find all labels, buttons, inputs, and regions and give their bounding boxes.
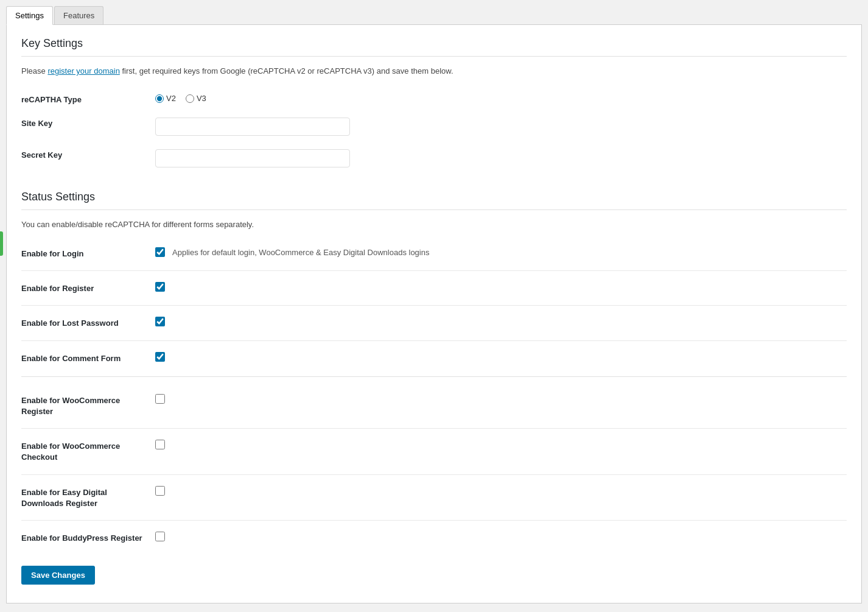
recaptcha-type-radio-group: V2 V3 (155, 94, 206, 103)
checkbox-row-comment-form: Enable for Comment Form (21, 345, 847, 371)
register-control (155, 282, 165, 292)
secret-key-control (155, 148, 847, 167)
login-control: Applies for default login, WooCommerce &… (155, 247, 429, 257)
login-checkbox[interactable] (155, 247, 165, 257)
comment-form-control (155, 352, 165, 362)
lost-password-label: Enable for Lost Password (21, 317, 155, 329)
buddypress-register-label: Enable for BuddyPress Register (21, 532, 155, 544)
register-label: Enable for Register (21, 282, 155, 294)
lost-password-control (155, 317, 165, 326)
site-key-input[interactable] (155, 118, 350, 136)
status-settings-title: Status Settings (21, 191, 847, 203)
checkbox-row-woo-checkout: Enable for WooCommerce Checkout (21, 432, 847, 470)
login-hint: Applies for default login, WooCommerce &… (172, 248, 429, 257)
key-settings-divider (21, 56, 847, 57)
register-checkbox[interactable] (155, 282, 165, 292)
recaptcha-v3-radio[interactable] (186, 94, 194, 103)
site-key-label: Site Key (21, 116, 155, 128)
page-wrapper: Settings Features Key Settings Please re… (0, 0, 868, 612)
woo-checkout-label: Enable for WooCommerce Checkout (21, 440, 155, 463)
tabs-bar: Settings Features (6, 6, 862, 25)
login-label: Enable for Login (21, 247, 155, 259)
edd-register-checkbox[interactable] (155, 486, 165, 496)
status-settings-divider (21, 209, 847, 210)
checkbox-row-woo-register: Enable for WooCommerce Register (21, 387, 847, 424)
checkbox-row-edd-register: Enable for Easy Digital Downloads Regist… (21, 479, 847, 516)
recaptcha-v2-radio[interactable] (155, 94, 164, 103)
recaptcha-type-row: reCAPTHA Type V2 V3 (21, 86, 847, 110)
save-changes-button[interactable]: Save Changes (21, 566, 95, 585)
register-domain-link[interactable]: register your domain (47, 66, 120, 76)
recaptcha-type-label: reCAPTHA Type (21, 93, 155, 104)
recaptcha-v2-label[interactable]: V2 (155, 94, 176, 103)
green-sidebar-indicator (0, 231, 3, 256)
buddypress-register-checkbox[interactable] (155, 532, 165, 541)
tab-features[interactable]: Features (54, 6, 103, 24)
status-settings-description: You can enable/disable reCAPTCHA for dif… (21, 220, 847, 229)
status-settings-section: Status Settings You can enable/disable r… (21, 191, 847, 551)
secret-key-label: Secret Key (21, 148, 155, 160)
checkbox-row-register: Enable for Register (21, 275, 847, 301)
woo-checkout-control (155, 440, 165, 449)
key-settings-title: Key Settings (21, 37, 847, 50)
woo-register-label: Enable for WooCommerce Register (21, 394, 155, 417)
site-key-row: Site Key (21, 110, 847, 142)
secret-key-row: Secret Key (21, 142, 847, 174)
checkbox-row-login: Enable for Login Applies for default log… (21, 240, 847, 267)
woo-register-control (155, 394, 165, 404)
edd-register-label: Enable for Easy Digital Downloads Regist… (21, 486, 155, 509)
tab-settings[interactable]: Settings (6, 6, 53, 25)
checkbox-row-buddypress-register: Enable for BuddyPress Register (21, 524, 847, 551)
buddypress-register-control (155, 532, 165, 541)
comment-form-checkbox[interactable] (155, 352, 165, 362)
woo-register-checkbox[interactable] (155, 394, 165, 404)
content-area: Key Settings Please register your domain… (6, 25, 862, 603)
recaptcha-v3-label[interactable]: V3 (186, 94, 206, 103)
key-settings-description: Please register your domain first, get r… (21, 66, 847, 76)
comment-form-label: Enable for Comment Form (21, 352, 155, 364)
checkbox-row-lost-password: Enable for Lost Password (21, 309, 847, 336)
recaptcha-type-control: V2 V3 (155, 93, 847, 103)
woo-checkout-checkbox[interactable] (155, 440, 165, 449)
key-settings-section: Key Settings Please register your domain… (21, 37, 847, 174)
lost-password-checkbox[interactable] (155, 317, 165, 326)
site-key-control (155, 116, 847, 136)
edd-register-control (155, 486, 165, 496)
secret-key-input[interactable] (155, 149, 350, 167)
